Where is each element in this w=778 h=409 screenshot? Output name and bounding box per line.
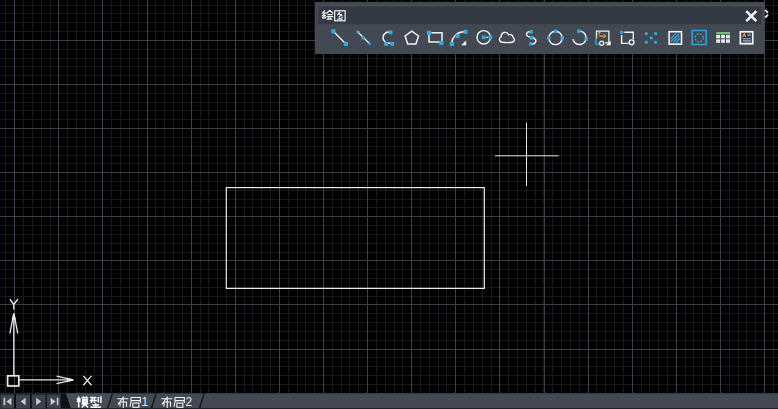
- svg-text:2: 2: [186, 395, 193, 409]
- svg-text:1: 1: [142, 395, 149, 409]
